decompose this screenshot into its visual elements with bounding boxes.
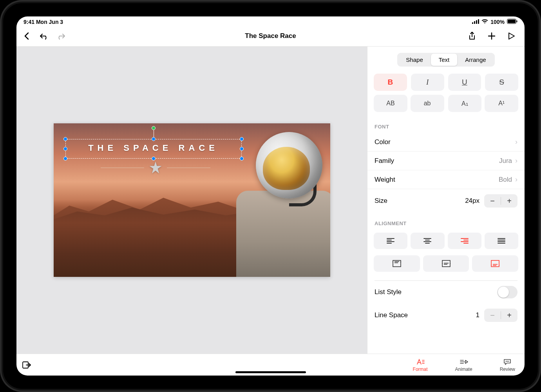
battery-pct: 100% [490,19,505,25]
format-icon [416,358,425,366]
review-icon [503,358,511,366]
font-size-value: 24px [465,197,479,205]
valign-middle-button[interactable] [423,255,469,272]
size-decrease-button[interactable]: − [484,194,501,208]
line-space-stepper: − + [484,309,517,322]
resize-handle-tm[interactable] [152,137,156,141]
list-style-toggle[interactable] [497,286,517,298]
cellular-icon [472,19,479,25]
linespace-increase-button[interactable]: + [501,309,517,322]
align-right-button[interactable] [448,233,481,249]
resize-handle-bl[interactable] [63,157,67,161]
line-space-label: Line Space [375,311,408,319]
resize-handle-tr[interactable] [240,137,244,141]
valign-top-button[interactable] [374,255,420,272]
status-bar: 9:41 Mon Jun 3 100% [16,16,525,26]
add-button[interactable] [486,31,497,42]
home-indicator[interactable] [235,371,306,373]
font-weight-row[interactable]: Weight Bold› [367,170,525,189]
svg-rect-39 [491,265,492,266]
tab-animate-label: Animate [455,367,472,372]
document-title: The Space Race [245,32,296,40]
status-date: Mon Jun 3 [36,19,63,25]
resize-handle-ml[interactable] [63,147,67,151]
resize-handle-mr[interactable] [240,147,244,151]
chevron-right-icon: › [515,157,517,165]
svg-rect-1 [474,21,475,24]
font-size-row: Size 24px − + [367,189,525,213]
line-space-value: 1 [476,311,479,319]
font-size-label: Size [375,197,387,205]
rotation-handle[interactable] [152,126,156,130]
tab-format-label: Format [413,367,428,372]
exit-button[interactable] [21,359,32,370]
top-toolbar: The Space Race [16,26,525,47]
status-time: 9:41 [24,19,34,25]
inspector-tabs: Shape Text Arrange [397,53,494,67]
alignment-section-label: ALIGNMENT [367,213,525,229]
italic-button[interactable]: I [411,74,444,91]
svg-rect-3 [478,19,479,24]
lowercase-button[interactable]: ab [411,95,444,112]
svg-marker-9 [509,33,514,39]
uppercase-button[interactable]: AB [374,95,407,112]
animate-icon [460,358,468,366]
chevron-right-icon: › [515,175,517,184]
tab-text[interactable]: Text [431,54,458,66]
font-family-row[interactable]: Family Jura› [367,152,525,170]
svg-rect-2 [476,20,477,24]
svg-rect-31 [442,260,450,267]
list-style-row: List Style [367,281,525,303]
list-style-label: List Style [375,288,402,296]
battery-icon [507,19,517,25]
tab-animate[interactable]: Animate [455,358,472,372]
chevron-right-icon: › [515,138,517,146]
svg-marker-48 [465,360,468,363]
resize-handle-bm[interactable] [152,157,156,161]
svg-rect-30 [400,262,401,262]
valign-bottom-button[interactable] [472,255,518,272]
superscript-button[interactable]: A¹ [485,95,518,112]
share-button[interactable] [467,31,478,42]
subscript-button[interactable]: A₁ [448,95,482,112]
svg-rect-6 [517,20,517,22]
font-color-label: Color [375,138,391,146]
align-center-button[interactable] [411,233,444,249]
tab-shape[interactable]: Shape [398,54,431,66]
text-selection-box[interactable] [65,139,242,159]
font-family-label: Family [375,157,394,165]
slide[interactable]: THE SPACE RACE [54,123,330,277]
font-color-row[interactable]: Color › [367,133,525,152]
title-decoration [101,161,210,174]
redo-button[interactable] [56,31,67,42]
tab-review-label: Review [500,367,515,372]
align-left-button[interactable] [374,233,407,249]
linespace-decrease-button[interactable]: − [484,309,501,322]
font-section-label: FONT [367,116,525,133]
wifi-icon [481,19,488,25]
tab-format[interactable]: Format [413,358,428,372]
tab-review[interactable]: Review [500,358,515,372]
font-weight-value: Bold [499,176,512,184]
ipad-frame: 9:41 Mon Jun 3 100% The Space Race [0,0,541,392]
resize-handle-br[interactable] [240,157,244,161]
astronaut-figure [232,132,330,277]
size-increase-button[interactable]: + [501,194,517,208]
font-weight-label: Weight [375,176,395,184]
strikethrough-button[interactable]: S [485,74,518,91]
underline-button[interactable]: U [448,74,481,91]
tab-arrange[interactable]: Arrange [457,54,494,66]
back-button[interactable] [21,31,32,42]
bold-button[interactable]: B [374,74,407,91]
font-family-value: Jura [499,157,512,165]
svg-rect-40 [499,265,499,266]
star-icon [149,161,162,174]
undo-button[interactable] [38,31,49,42]
canvas-area[interactable]: THE SPACE RACE [16,47,367,354]
svg-rect-0 [472,22,473,24]
resize-handle-tl[interactable] [63,137,67,141]
svg-rect-34 [442,263,443,264]
play-button[interactable] [506,31,517,42]
svg-rect-29 [393,262,393,262]
align-justify-button[interactable] [485,233,518,249]
